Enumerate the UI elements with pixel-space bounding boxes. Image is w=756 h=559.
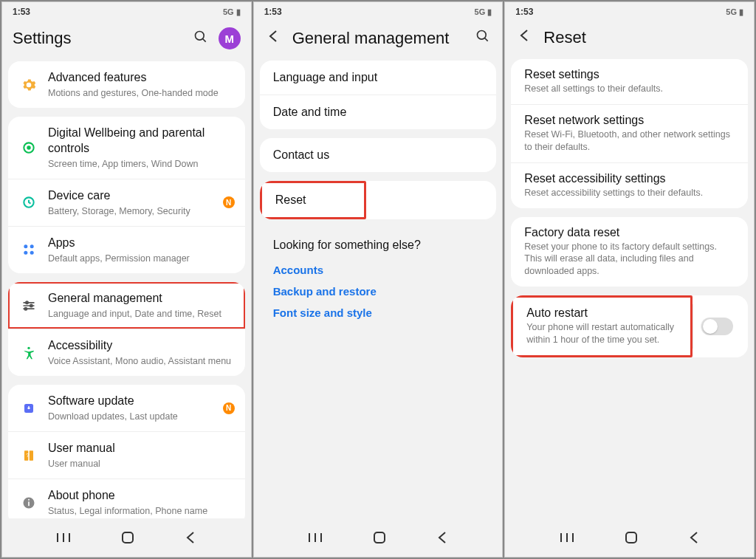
item-subtitle: Motions and gestures, One-handed mode xyxy=(48,87,235,99)
status-time: 1:53 xyxy=(13,7,30,17)
settings-item-user-manual[interactable]: ?User manualUser manual xyxy=(8,431,245,479)
home-button[interactable] xyxy=(624,530,639,548)
menu-item-reset[interactable]: Reset xyxy=(262,183,364,217)
item-title: Accessibility xyxy=(48,338,235,354)
item-title: Device care xyxy=(48,188,219,204)
nav-bar xyxy=(254,518,503,557)
home-button[interactable] xyxy=(372,530,387,548)
reset-header: Reset xyxy=(505,20,754,59)
status-bar: 1:53 5G ▮ xyxy=(254,2,503,20)
recents-button[interactable] xyxy=(308,532,323,546)
status-bar: 1:53 5G ▮ xyxy=(505,2,754,20)
status-indicators: 5G ▮ xyxy=(726,7,743,17)
item-subtitle: Your phone will restart automatically wi… xyxy=(526,321,677,346)
recents-button[interactable] xyxy=(560,532,574,546)
item-text: General managementLanguage and input, Da… xyxy=(48,291,235,320)
update-icon xyxy=(18,402,39,415)
search-icon[interactable] xyxy=(192,28,210,49)
settings-header: Settings M xyxy=(2,20,251,61)
item-title: About phone xyxy=(48,488,235,504)
page-title: Reset xyxy=(543,28,743,47)
item-subtitle: Reset your phone to its factory default … xyxy=(524,241,735,278)
settings-group: General managementLanguage and input, Da… xyxy=(8,282,245,376)
settings-item-advanced-features[interactable]: Advanced featuresMotions and gestures, O… xyxy=(8,61,245,108)
status-time: 1:53 xyxy=(515,7,533,17)
settings-item-apps[interactable]: AppsDefault apps, Permission manager xyxy=(8,226,245,273)
notification-badge: N xyxy=(223,402,235,414)
manual-icon: ? xyxy=(18,449,39,462)
item-subtitle: Download updates, Last update xyxy=(48,411,219,422)
svg-rect-32 xyxy=(374,532,385,543)
item-title: Reset accessibility settings xyxy=(524,172,735,185)
reset-item-reset-accessibility-settings[interactable]: Reset accessibility settingsReset access… xyxy=(511,162,748,208)
svg-point-3 xyxy=(27,146,30,148)
item-text: AppsDefault apps, Permission manager xyxy=(48,236,235,264)
sliders-icon xyxy=(18,298,39,313)
svg-point-6 xyxy=(30,245,34,249)
reset-item-reset-network-settings[interactable]: Reset network settingsReset Wi-Fi, Bluet… xyxy=(511,104,748,162)
settings-item-general-management[interactable]: General managementLanguage and input, Da… xyxy=(8,282,245,329)
settings-group: Digital Wellbeing and parental controlsS… xyxy=(8,117,245,273)
settings-item-digital-wellbeing-and-parental-controls[interactable]: Digital Wellbeing and parental controlsS… xyxy=(8,117,245,179)
section-title: Looking for something else? xyxy=(273,239,484,252)
svg-point-8 xyxy=(30,251,34,255)
reset-group: Factory data resetReset your phone to it… xyxy=(511,217,748,287)
reset-screen: 1:53 5G ▮ Reset Reset settingsReset all … xyxy=(504,1,755,558)
link-font-size-and-style[interactable]: Font size and style xyxy=(273,302,484,323)
page-title: General management xyxy=(292,29,466,48)
settings-group: Software updateDownload updates, Last up… xyxy=(8,385,245,518)
link-accounts[interactable]: Accounts xyxy=(273,259,484,281)
status-bar: 1:53 5G ▮ xyxy=(2,2,251,20)
svg-point-22 xyxy=(28,499,30,501)
back-button[interactable] xyxy=(185,530,196,548)
item-title: Software update xyxy=(48,394,219,409)
page-title: Settings xyxy=(13,29,183,48)
svg-line-28 xyxy=(485,38,488,41)
item-subtitle: Status, Legal information, Phone name xyxy=(48,505,235,517)
apps-icon xyxy=(18,242,39,257)
menu-item-date-and-time[interactable]: Date and time xyxy=(260,95,497,129)
profile-avatar[interactable]: M xyxy=(219,27,241,49)
search-icon[interactable] xyxy=(474,27,492,49)
menu-item-language-and-input[interactable]: Language and input xyxy=(260,61,497,95)
reset-item-factory-data-reset[interactable]: Factory data resetReset your phone to it… xyxy=(511,217,748,287)
item-title: Factory data reset xyxy=(524,226,735,239)
menu-item-contact-us[interactable]: Contact us xyxy=(260,138,497,172)
back-icon[interactable] xyxy=(515,27,535,47)
looking-for-section: Looking for something else?AccountsBacku… xyxy=(260,228,497,328)
info-icon xyxy=(18,495,39,510)
svg-point-27 xyxy=(478,31,487,40)
item-subtitle: Language and input, Date and time, Reset xyxy=(48,308,235,320)
svg-point-10 xyxy=(26,301,28,303)
back-icon[interactable] xyxy=(264,28,284,48)
device-care-icon xyxy=(18,195,39,210)
item-text: User manualUser manual xyxy=(48,441,235,470)
svg-point-0 xyxy=(195,31,204,40)
item-subtitle: Reset all settings to their defaults. xyxy=(524,83,735,95)
back-button[interactable] xyxy=(688,530,700,548)
recents-button[interactable] xyxy=(56,532,71,546)
item-title: Auto restart xyxy=(526,306,677,320)
svg-rect-21 xyxy=(28,501,30,506)
item-title: Reset settings xyxy=(524,68,735,81)
item-subtitle: Reset accessibility settings to their de… xyxy=(524,187,735,199)
status-indicators: 5G ▮ xyxy=(475,7,492,17)
settings-item-software-update[interactable]: Software updateDownload updates, Last up… xyxy=(8,385,245,431)
link-backup-and-restore[interactable]: Backup and restore xyxy=(273,281,484,302)
back-button[interactable] xyxy=(436,530,448,548)
item-subtitle: Reset Wi-Fi, Bluetooth, and other networ… xyxy=(524,128,735,154)
item-title: General management xyxy=(48,291,235,306)
settings-screen: 1:53 5G ▮ Settings M Advanced featuresMo… xyxy=(1,1,252,558)
auto-restart-toggle[interactable] xyxy=(701,318,733,335)
settings-item-about-phone[interactable]: About phoneStatus, Legal information, Ph… xyxy=(8,479,245,518)
item-subtitle: Default apps, Permission manager xyxy=(48,253,235,264)
svg-line-1 xyxy=(202,38,205,41)
settings-item-device-care[interactable]: Device careBattery, Storage, Memory, Sec… xyxy=(8,179,245,226)
item-title: Reset network settings xyxy=(524,114,735,127)
reset-item-auto-restart[interactable]: Auto restartYour phone will restart auto… xyxy=(511,295,693,357)
item-subtitle: Battery, Storage, Memory, Security xyxy=(48,205,219,217)
home-button[interactable] xyxy=(120,530,135,548)
settings-item-accessibility[interactable]: AccessibilityVoice Assistant, Mono audio… xyxy=(8,329,245,376)
gm-header: General management xyxy=(254,20,503,61)
reset-item-reset-settings[interactable]: Reset settingsReset all settings to thei… xyxy=(511,59,748,104)
